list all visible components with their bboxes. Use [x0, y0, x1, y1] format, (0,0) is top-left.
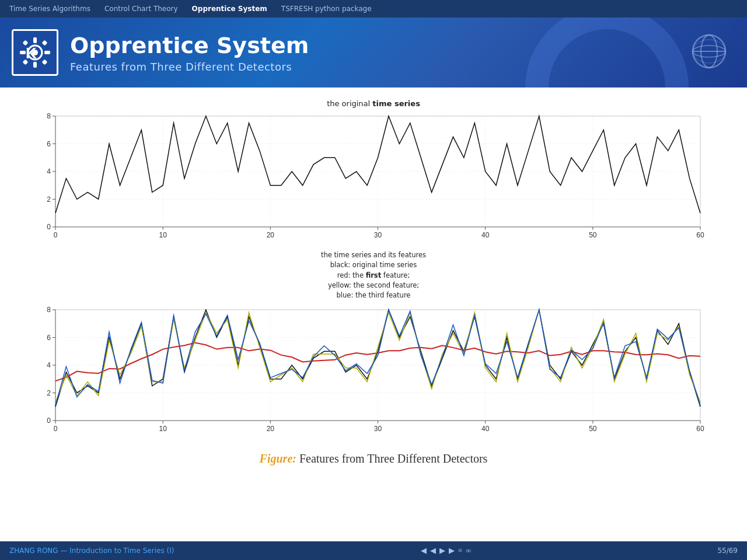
chart1-canvas — [23, 110, 712, 250]
nav-arrow-right[interactable]: ▶ — [439, 546, 445, 555]
svg-rect-5 — [20, 51, 26, 54]
figure-caption: Figure: Features from Three Different De… — [23, 452, 724, 468]
figure-caption-text: Features from Three Different Detectors — [296, 452, 487, 465]
kde-logo: K — [12, 29, 58, 76]
chart2-canvas — [23, 304, 712, 444]
bottom-left-text: ZHANG RONG — Introduction to Time Series… — [9, 547, 174, 555]
svg-rect-3 — [33, 37, 37, 43]
nav-arrow-left[interactable]: ◀ — [421, 546, 427, 555]
svg-rect-10 — [42, 60, 48, 65]
nav-menu-icon[interactable]: ≡ — [458, 546, 462, 555]
header-text-block: Opprentice System Features from Three Di… — [70, 33, 735, 73]
page-subtitle: Features from Three Different Detectors — [70, 61, 735, 73]
top-navigation: Time Series Algorithms Control Chart The… — [0, 0, 747, 18]
svg-text:K: K — [26, 44, 37, 62]
bottom-navigation: ZHANG RONG — Introduction to Time Series… — [0, 541, 747, 560]
figure-label: Figure: — [260, 452, 296, 465]
nav-loop-icon[interactable]: ∞ — [466, 546, 471, 555]
svg-rect-8 — [42, 40, 48, 46]
bottom-nav-icons: ◀ ◀ ▶ ▶ ≡ ∞ — [421, 546, 472, 555]
nav-arrow-right2[interactable]: ▶ — [449, 546, 455, 555]
nav-time-series-algorithms[interactable]: Time Series Algorithms — [9, 5, 90, 13]
nav-arrow-left2[interactable]: ◀ — [430, 546, 436, 555]
svg-rect-6 — [44, 51, 50, 54]
nav-opprentice-system[interactable]: Opprentice System — [192, 5, 267, 13]
svg-rect-4 — [33, 62, 37, 68]
chart1-title: the original time series — [23, 99, 724, 108]
slide-number: 55/69 — [717, 547, 738, 555]
chart2-legend: the time series and its features black: … — [23, 250, 724, 300]
nav-tsfresh[interactable]: TSFRESH python package — [281, 5, 372, 13]
nav-control-chart-theory[interactable]: Control Chart Theory — [104, 5, 178, 13]
globe-icon — [689, 31, 729, 74]
main-content: the original time series the time series… — [0, 88, 747, 468]
page-header: K Opprentice System Features from Three … — [0, 18, 747, 88]
page-title: Opprentice System — [70, 33, 735, 58]
